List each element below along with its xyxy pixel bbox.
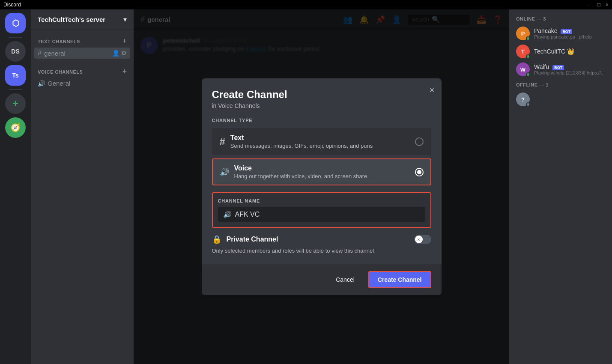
voice-channels-section: VOICE CHANNELS + 🔊 General [31, 60, 134, 90]
member-item-waifu[interactable]: W Waifu BOT Playing w!help [212,834] htt… [513, 61, 609, 78]
server-icon-ds[interactable]: DS [5, 41, 26, 62]
titlebar: Discord — □ × [0, 0, 612, 9]
offline-members-title: OFFLINE — 1 [513, 79, 609, 89]
app-title: Discord [3, 2, 21, 8]
bot-badge-pancake: BOT [561, 29, 572, 34]
add-voice-channel-button[interactable]: + [122, 67, 127, 76]
required-dot: . [374, 248, 376, 254]
voice-type-name: Voice [234, 164, 410, 172]
voice-type-info: Voice Hang out together with voice, vide… [234, 164, 410, 179]
text-type-radio[interactable] [415, 137, 424, 146]
server-sidebar: ⬡ DS Ts + 🧭 [0, 9, 31, 364]
member-avatar-offline: ? [516, 92, 530, 106]
member-item-techcultc[interactable]: T TechCultTC 👑 [513, 43, 609, 60]
server-name: TechCultTech's server [38, 16, 105, 23]
member-status-waifu: Playing w!help [212,834] https://... [534, 70, 605, 75]
member-info-techcultc: TechCultTC 👑 [534, 48, 605, 55]
channel-invite-icon[interactable]: 👤 [112, 50, 119, 57]
channel-settings-icon[interactable]: ⚙ [121, 50, 127, 57]
server-icon-home[interactable]: ⬡ [5, 13, 26, 33]
member-name-techcultc: TechCultTC 👑 [534, 48, 605, 55]
text-channels-header: TEXT CHANNELS + [34, 37, 130, 46]
close-button[interactable]: × [606, 2, 609, 8]
voice-channels-label: VOICE CHANNELS [38, 69, 83, 75]
member-item-pancake[interactable]: P Pancake BOT Playing pancake.ga | p!hel… [513, 25, 609, 42]
app-layout: ⬡ DS Ts + 🧭 TechCultTech's server ▾ TEXT… [0, 9, 612, 364]
server-divider-2 [9, 89, 22, 90]
member-name-pancake: Pancake BOT [534, 27, 605, 34]
member-avatar-techcultc: T [516, 45, 530, 58]
status-dot-pancake [526, 36, 530, 41]
channel-item-general-voice[interactable]: 🔊 General [34, 78, 130, 89]
bot-badge-waifu: BOT [552, 65, 564, 70]
status-dot-offline [526, 102, 530, 107]
member-status-pancake: Playing pancake.ga | p!help [534, 34, 605, 39]
channel-name-general: general [44, 50, 66, 57]
member-info-pancake: Pancake BOT Playing pancake.ga | p!help [534, 27, 605, 39]
lock-icon: 🔒 [212, 235, 221, 244]
voice-type-desc: Hang out together with voice, video, and… [234, 173, 410, 179]
channel-type-text[interactable]: # Text Send messages, images, GIFs, emoj… [212, 128, 431, 155]
channel-sidebar: TechCultTech's server ▾ TEXT CHANNELS + … [31, 9, 134, 364]
voice-channels-header: VOICE CHANNELS + [34, 67, 130, 76]
channel-name-general-voice: General [48, 80, 70, 87]
modal-body: CHANNEL TYPE # Text Send messages, image… [202, 118, 442, 264]
channel-name-input[interactable] [235, 211, 420, 218]
voice-type-icon: 🔊 [220, 167, 229, 177]
modal-overlay: Create Channel in Voice Channels × CHANN… [134, 9, 509, 364]
channel-name-section: CHANNEL NAME 🔊 [212, 192, 431, 228]
add-text-channel-button[interactable]: + [122, 37, 127, 46]
member-info-waifu: Waifu BOT Playing w!help [212,834] https… [534, 63, 605, 75]
crown-icon: 👑 [567, 48, 574, 55]
modal-footer: Cancel Create Channel [202, 264, 442, 295]
channel-actions: 👤 ⚙ [112, 50, 127, 57]
member-avatar-pancake: P [516, 27, 530, 40]
text-type-desc: Send messages, images, GIFs, emoji, opin… [230, 143, 410, 149]
modal-close-button[interactable]: × [430, 85, 435, 95]
status-dot-techcultc [526, 54, 530, 59]
text-type-icon: # [220, 136, 225, 148]
voice-channel-icon: 🔊 [38, 80, 45, 87]
server-icon-ts[interactable]: Ts [5, 65, 26, 86]
status-dot-waifu [526, 72, 530, 77]
member-name-waifu: Waifu BOT [534, 63, 605, 70]
main-content: # general 👥 🔔 📌 👤 Search 🔍 📥 ❓ P [134, 9, 509, 364]
modal-header: Create Channel in Voice Channels × [202, 78, 442, 109]
text-channels-label: TEXT CHANNELS [38, 39, 80, 44]
text-channel-icon: # [38, 49, 42, 57]
private-channel-label: Private Channel [227, 236, 409, 243]
member-avatar-waifu: W [516, 63, 530, 76]
private-channel-toggle[interactable]: × [414, 235, 431, 244]
channel-name-section-label: CHANNEL NAME [218, 198, 425, 203]
channel-name-prefix-icon: 🔊 [223, 210, 232, 218]
voice-type-radio[interactable] [415, 168, 424, 176]
channel-name-input-wrapper: 🔊 [218, 207, 425, 222]
minimize-button[interactable]: — [587, 2, 592, 8]
text-type-info: Text Send messages, images, GIFs, emoji,… [230, 134, 410, 149]
channel-item-general[interactable]: # general 👤 ⚙ [34, 48, 130, 59]
private-channel-row: 🔒 Private Channel × [212, 235, 431, 244]
server-header[interactable]: TechCultTech's server ▾ [31, 9, 134, 30]
channel-type-voice[interactable]: 🔊 Voice Hang out together with voice, vi… [212, 158, 431, 185]
server-icon-add[interactable]: + [5, 93, 26, 114]
create-channel-modal: Create Channel in Voice Channels × CHANN… [202, 78, 442, 295]
online-members-title: ONLINE — 3 [513, 16, 609, 21]
members-sidebar: ONLINE — 3 P Pancake BOT Playing pancake… [509, 9, 612, 364]
text-channels-section: TEXT CHANNELS + # general 👤 ⚙ [31, 30, 134, 60]
channel-type-label: CHANNEL TYPE [212, 118, 431, 123]
private-channel-desc: Only selected members and roles will be … [212, 248, 431, 254]
window-controls: — □ × [587, 2, 609, 8]
server-icon-explore[interactable]: 🧭 [5, 117, 26, 138]
modal-subtitle: in Voice Channels [212, 102, 431, 109]
member-item-offline[interactable]: ? [513, 91, 609, 108]
cancel-button[interactable]: Cancel [329, 273, 361, 286]
modal-title: Create Channel [212, 89, 431, 101]
toggle-knob: × [415, 236, 423, 243]
server-dropdown-icon: ▾ [123, 15, 127, 24]
text-type-name: Text [230, 134, 410, 142]
server-divider [9, 37, 22, 38]
maximize-button[interactable]: □ [597, 2, 600, 8]
create-channel-button[interactable]: Create Channel [368, 271, 431, 288]
